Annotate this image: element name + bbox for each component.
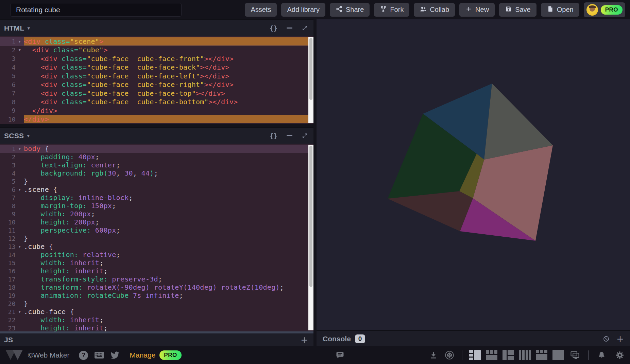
fold-arrow-icon[interactable]: ▾: [16, 187, 24, 192]
code-line[interactable]: 12}: [0, 234, 313, 242]
clear-console-icon[interactable]: [603, 335, 610, 342]
download-icon[interactable]: [429, 351, 438, 360]
share-button[interactable]: Share: [330, 3, 370, 17]
expand-pane-icon[interactable]: +: [301, 335, 308, 344]
console-bar[interactable]: Console 0 +: [317, 330, 630, 347]
layout-sidebar-left-icon[interactable]: [469, 350, 481, 360]
code-line[interactable]: 5}: [0, 177, 313, 185]
project-title-input[interactable]: [10, 3, 182, 17]
scrollbar-thumb[interactable]: [309, 38, 312, 100]
code-line[interactable]: 7 <div class="cube-face cube-face-top"><…: [0, 89, 313, 98]
line-number: 12: [0, 235, 16, 242]
code-text: .scene {: [24, 185, 313, 194]
maximize-pane-icon[interactable]: [302, 25, 308, 31]
code-line[interactable]: 23 height: inherit;: [0, 324, 313, 331]
layout-fullscreen-preview-icon[interactable]: [552, 350, 564, 360]
detached-preview-icon[interactable]: [570, 350, 580, 360]
notifications-bell-icon[interactable]: [597, 351, 606, 360]
account-chip[interactable]: PRO: [584, 2, 625, 17]
html-pane-header[interactable]: HTML ▾ {}: [0, 19, 313, 36]
code-line[interactable]: 8 margin-top: 150px;: [0, 202, 313, 210]
settings-gear-icon[interactable]: [615, 350, 625, 360]
twitter-icon[interactable]: [110, 351, 119, 360]
code-line[interactable]: 18 transform: rotateX(-90deg) rotateY(14…: [0, 283, 313, 291]
scss-pane-header[interactable]: SCSS ▾ {}: [0, 127, 313, 144]
format-code-icon[interactable]: {}: [270, 132, 277, 140]
chevron-down-icon[interactable]: ▾: [28, 25, 30, 31]
help-icon[interactable]: ?: [79, 351, 88, 360]
open-button[interactable]: Open: [541, 3, 579, 17]
code-line[interactable]: 20}: [0, 299, 313, 308]
code-line[interactable]: 2 padding: 40px;: [0, 153, 313, 161]
code-line[interactable]: 4 <div class="cube-face cube-face-back">…: [0, 63, 313, 72]
line-number: 4: [0, 64, 16, 71]
code-line[interactable]: 16 height: inherit;: [0, 267, 313, 275]
keyboard-shortcuts-icon[interactable]: [94, 351, 104, 359]
web-maker-app: Assets Add library Share Fork: [0, 0, 630, 364]
code-text: </div>: [24, 115, 313, 123]
code-line[interactable]: 15 width: inherit;: [0, 259, 313, 267]
fold-arrow-icon[interactable]: ▾: [16, 309, 24, 314]
code-line[interactable]: 10</div>: [0, 115, 313, 124]
fold-arrow-icon[interactable]: ▾: [16, 39, 24, 44]
code-line[interactable]: 1▾body {: [0, 145, 313, 153]
expand-console-icon[interactable]: +: [616, 334, 624, 343]
format-code-icon[interactable]: {}: [270, 24, 277, 32]
layout-columns-icon[interactable]: [519, 350, 531, 360]
codepen-icon[interactable]: [445, 350, 454, 360]
code-text: animation: rotateCube 7s infinite;: [24, 291, 313, 299]
layout-sidebar-right-icon[interactable]: [503, 350, 514, 360]
code-text: <div class="scene">: [24, 37, 313, 46]
new-button[interactable]: New: [459, 3, 495, 17]
collapse-pane-icon[interactable]: [287, 28, 292, 29]
scrollbar-track[interactable]: [308, 145, 313, 330]
collapse-pane-icon[interactable]: [287, 135, 292, 136]
layout-stacked-icon[interactable]: [536, 350, 547, 360]
scrollbar-thumb[interactable]: [309, 146, 312, 287]
line-number: 20: [0, 300, 16, 307]
code-line[interactable]: 6▾.scene {: [0, 185, 313, 194]
scss-code-editor[interactable]: 1▾body {2 padding: 40px;3 text-align: ce…: [0, 144, 313, 331]
assets-button[interactable]: Assets: [245, 3, 277, 17]
js-pane-header[interactable]: JS +: [0, 333, 313, 346]
maximize-pane-icon[interactable]: [302, 132, 308, 139]
fold-arrow-icon[interactable]: ▾: [16, 244, 24, 249]
code-line[interactable]: 19 animation: rotateCube 7s infinite;: [0, 291, 313, 299]
code-line[interactable]: 6 <div class="cube-face cube-face-right"…: [0, 80, 313, 89]
line-number: 13: [0, 243, 16, 250]
code-text: <div class="cube">: [24, 46, 313, 54]
pane-divider[interactable]: [313, 19, 317, 346]
code-line[interactable]: 11 perspective: 600px;: [0, 226, 313, 234]
code-line[interactable]: 3 <div class="cube-face cube-face-front"…: [0, 54, 313, 63]
code-line[interactable]: 7 display: inline-block;: [0, 194, 313, 202]
code-line[interactable]: 14 position: relative;: [0, 251, 313, 259]
code-line[interactable]: 2▾ <div class="cube">: [0, 46, 313, 55]
code-line[interactable]: 13▾.cube {: [0, 242, 313, 251]
fold-arrow-icon[interactable]: ▾: [16, 146, 24, 151]
code-line[interactable]: 1▾<div class="scene">: [0, 37, 313, 46]
code-line[interactable]: 9 </div>: [0, 106, 313, 115]
code-line[interactable]: 17 transform-style: preserve-3d;: [0, 275, 313, 283]
pro-badge: PRO: [601, 5, 623, 15]
scrollbar-track[interactable]: [308, 37, 313, 123]
manage-link[interactable]: Manage: [130, 351, 155, 359]
code-line[interactable]: 21▾.cube-face {: [0, 308, 313, 316]
code-line[interactable]: 22 width: inherit;: [0, 316, 313, 324]
chevron-down-icon[interactable]: ▾: [27, 133, 30, 139]
collab-button[interactable]: Collab: [414, 3, 455, 17]
code-line[interactable]: 8 <div class="cube-face cube-face-bottom…: [0, 98, 313, 107]
code-line[interactable]: 9 width: 200px;: [0, 210, 313, 218]
code-line[interactable]: 10 height: 200px;: [0, 218, 313, 226]
code-line[interactable]: 4 background: rgb(30, 30, 44);: [0, 169, 313, 177]
feedback-chat-icon[interactable]: [335, 350, 345, 360]
code-line[interactable]: 5 <div class="cube-face cube-face-left">…: [0, 72, 313, 80]
add-library-button[interactable]: Add library: [281, 3, 325, 17]
js-pane-label: JS: [4, 336, 13, 344]
fork-button[interactable]: Fork: [374, 3, 409, 17]
code-line[interactable]: 3 text-align: center;: [0, 161, 313, 169]
avatar[interactable]: [586, 4, 598, 16]
html-code-editor[interactable]: 1▾<div class="scene">2▾ <div class="cube…: [0, 36, 313, 124]
layout-editors-top-icon[interactable]: [486, 350, 497, 360]
save-button[interactable]: Save: [499, 3, 537, 17]
fold-arrow-icon[interactable]: ▾: [16, 48, 24, 52]
